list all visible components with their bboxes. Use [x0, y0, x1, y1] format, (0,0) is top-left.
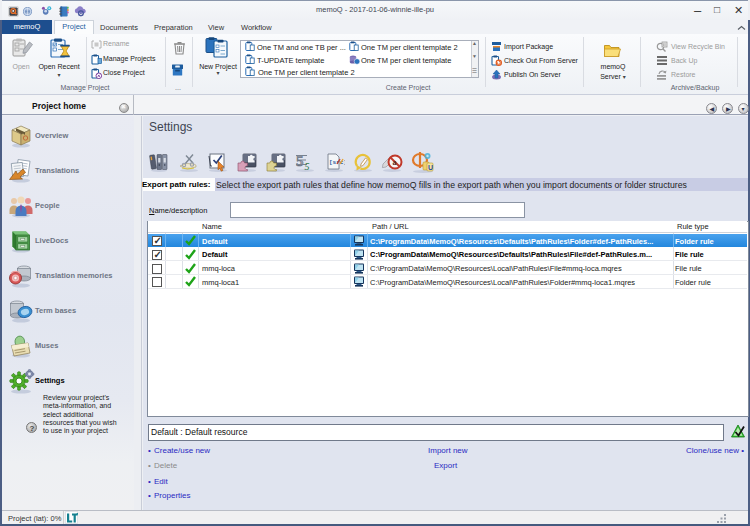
svg-text:U: U	[428, 164, 433, 171]
svg-text:5: 5	[305, 161, 310, 172]
svg-text:a: a	[393, 158, 397, 167]
